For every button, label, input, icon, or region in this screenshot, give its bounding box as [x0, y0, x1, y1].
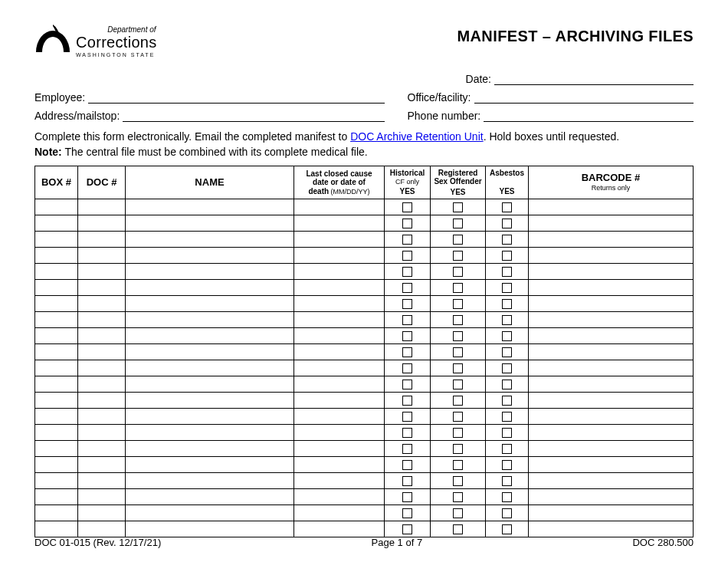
- text-cell[interactable]: [35, 312, 78, 328]
- text-cell[interactable]: [126, 199, 294, 215]
- text-cell[interactable]: [529, 296, 694, 312]
- text-cell[interactable]: [35, 409, 78, 425]
- text-cell[interactable]: [35, 376, 78, 393]
- checkbox-icon[interactable]: [453, 412, 463, 422]
- checkbox-cell[interactable]: [431, 393, 486, 409]
- text-cell[interactable]: [35, 215, 78, 232]
- checkbox-icon[interactable]: [402, 235, 412, 245]
- text-cell[interactable]: [529, 441, 694, 457]
- checkbox-cell[interactable]: [431, 312, 486, 328]
- text-cell[interactable]: [35, 199, 78, 215]
- checkbox-cell[interactable]: [486, 215, 529, 232]
- checkbox-cell[interactable]: [431, 505, 486, 521]
- checkbox-icon[interactable]: [453, 235, 463, 245]
- checkbox-cell[interactable]: [486, 473, 529, 489]
- checkbox-cell[interactable]: [385, 441, 431, 457]
- checkbox-cell[interactable]: [486, 441, 529, 457]
- checkbox-cell[interactable]: [385, 505, 431, 521]
- text-cell[interactable]: [126, 232, 294, 248]
- checkbox-cell[interactable]: [431, 409, 486, 425]
- text-cell[interactable]: [529, 344, 694, 360]
- checkbox-cell[interactable]: [385, 215, 431, 232]
- text-cell[interactable]: [529, 264, 694, 280]
- text-cell[interactable]: [35, 280, 78, 296]
- checkbox-cell[interactable]: [385, 344, 431, 360]
- checkbox-cell[interactable]: [486, 505, 529, 521]
- text-cell[interactable]: [294, 521, 385, 537]
- text-cell[interactable]: [294, 409, 385, 425]
- checkbox-icon[interactable]: [453, 428, 463, 438]
- checkbox-icon[interactable]: [502, 315, 512, 325]
- checkbox-cell[interactable]: [486, 457, 529, 473]
- checkbox-cell[interactable]: [431, 425, 486, 441]
- checkbox-icon[interactable]: [453, 476, 463, 486]
- text-cell[interactable]: [35, 505, 78, 521]
- checkbox-icon[interactable]: [502, 299, 512, 309]
- text-cell[interactable]: [78, 328, 126, 344]
- checkbox-icon[interactable]: [453, 251, 463, 261]
- checkbox-cell[interactable]: [431, 489, 486, 505]
- checkbox-icon[interactable]: [453, 331, 463, 341]
- checkbox-icon[interactable]: [402, 315, 412, 325]
- checkbox-icon[interactable]: [502, 396, 512, 406]
- text-cell[interactable]: [78, 489, 126, 505]
- text-cell[interactable]: [294, 199, 385, 215]
- text-cell[interactable]: [529, 473, 694, 489]
- checkbox-cell[interactable]: [486, 393, 529, 409]
- checkbox-cell[interactable]: [385, 280, 431, 296]
- checkbox-icon[interactable]: [453, 444, 463, 454]
- checkbox-cell[interactable]: [486, 248, 529, 264]
- checkbox-icon[interactable]: [502, 380, 512, 389]
- text-cell[interactable]: [35, 248, 78, 264]
- text-cell[interactable]: [294, 312, 385, 328]
- checkbox-cell[interactable]: [486, 232, 529, 248]
- checkbox-icon[interactable]: [502, 363, 512, 373]
- text-cell[interactable]: [529, 199, 694, 215]
- text-cell[interactable]: [35, 441, 78, 457]
- checkbox-cell[interactable]: [431, 248, 486, 264]
- checkbox-cell[interactable]: [385, 360, 431, 376]
- checkbox-icon[interactable]: [402, 347, 412, 357]
- text-cell[interactable]: [294, 232, 385, 248]
- text-cell[interactable]: [35, 473, 78, 489]
- office-input[interactable]: [474, 90, 694, 104]
- text-cell[interactable]: [126, 344, 294, 360]
- checkbox-cell[interactable]: [486, 280, 529, 296]
- checkbox-icon[interactable]: [402, 460, 412, 470]
- checkbox-cell[interactable]: [385, 199, 431, 215]
- text-cell[interactable]: [78, 473, 126, 489]
- checkbox-cell[interactable]: [385, 296, 431, 312]
- text-cell[interactable]: [126, 280, 294, 296]
- text-cell[interactable]: [294, 441, 385, 457]
- checkbox-cell[interactable]: [486, 521, 529, 537]
- text-cell[interactable]: [126, 441, 294, 457]
- text-cell[interactable]: [78, 457, 126, 473]
- employee-input[interactable]: [88, 90, 384, 104]
- checkbox-icon[interactable]: [453, 396, 463, 406]
- checkbox-cell[interactable]: [486, 344, 529, 360]
- text-cell[interactable]: [529, 376, 694, 393]
- checkbox-icon[interactable]: [402, 363, 412, 373]
- checkbox-icon[interactable]: [402, 331, 412, 341]
- checkbox-icon[interactable]: [502, 444, 512, 454]
- text-cell[interactable]: [78, 505, 126, 521]
- text-cell[interactable]: [35, 328, 78, 344]
- checkbox-icon[interactable]: [402, 476, 412, 486]
- text-cell[interactable]: [78, 199, 126, 215]
- checkbox-cell[interactable]: [431, 360, 486, 376]
- text-cell[interactable]: [294, 473, 385, 489]
- checkbox-cell[interactable]: [431, 376, 486, 393]
- checkbox-cell[interactable]: [431, 457, 486, 473]
- text-cell[interactable]: [529, 248, 694, 264]
- checkbox-cell[interactable]: [385, 376, 431, 393]
- checkbox-cell[interactable]: [486, 328, 529, 344]
- text-cell[interactable]: [126, 393, 294, 409]
- text-cell[interactable]: [126, 312, 294, 328]
- checkbox-cell[interactable]: [431, 328, 486, 344]
- text-cell[interactable]: [35, 232, 78, 248]
- text-cell[interactable]: [294, 489, 385, 505]
- text-cell[interactable]: [35, 457, 78, 473]
- checkbox-cell[interactable]: [431, 215, 486, 232]
- checkbox-icon[interactable]: [453, 380, 463, 389]
- checkbox-icon[interactable]: [453, 363, 463, 373]
